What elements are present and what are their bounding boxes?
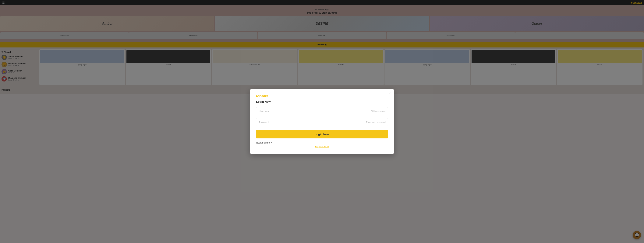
modal-brand: 6onanza xyxy=(256,94,388,98)
username-group: Fill in username xyxy=(256,107,388,115)
modal-title: Login Now xyxy=(256,100,388,103)
modal-overlay[interactable]: 6onanza Login Now × Fill in username Ent… xyxy=(0,0,644,243)
not-member-text: Not a member? xyxy=(256,141,388,144)
username-input[interactable] xyxy=(256,107,388,115)
modal-close-button[interactable]: × xyxy=(389,92,391,95)
password-group: Enter login password xyxy=(256,118,388,126)
login-button[interactable]: Login Now xyxy=(256,130,388,138)
password-input[interactable] xyxy=(256,118,388,126)
register-link[interactable]: Register Now xyxy=(256,145,388,148)
login-modal: 6onanza Login Now × Fill in username Ent… xyxy=(250,89,394,154)
